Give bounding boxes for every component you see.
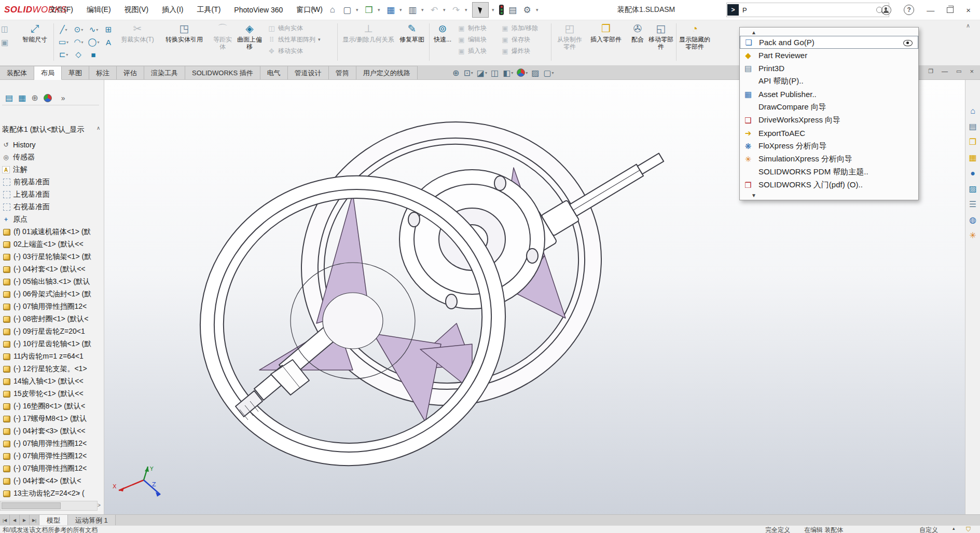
task-pane-icon[interactable]: ✳ — [969, 231, 976, 240]
ribbon-tab[interactable]: 评估 — [117, 66, 144, 79]
tree-item[interactable]: + 原点 — [2, 213, 102, 226]
command-menu-item[interactable]: ❑ DriveWorksXpress 向导 — [740, 114, 918, 127]
doc-restore-icon[interactable]: ❐ — [928, 68, 933, 75]
study-nav-button[interactable]: |◀ — [0, 515, 10, 526]
tree-item[interactable]: 11内齿轮m=1 z=64<1 — [2, 350, 102, 363]
sketch-entity-button[interactable]: ╱▾ — [56, 23, 71, 36]
doc-close-icon[interactable]: × — [970, 67, 974, 75]
displaymanager-tab-icon[interactable] — [44, 94, 52, 102]
home-button[interactable]: ⌂ — [327, 5, 338, 15]
propertymanager-tab-icon[interactable]: ▦ — [18, 93, 26, 103]
show-hidden-components-button[interactable]: ◔ 显示隐藏的零部件 — [679, 22, 711, 63]
save-button[interactable]: ▦ — [385, 5, 396, 16]
tree-item[interactable]: 14输入轴<1> (默认<< — [2, 375, 102, 388]
sketch-entity-button[interactable]: ∿▾ — [86, 23, 101, 36]
tree-root-item[interactable]: 装配体1 (默认<默认_显示 — [2, 125, 91, 134]
repair-sketch-button[interactable]: ✎ 修复草图 — [397, 22, 426, 63]
task-pane-icon[interactable]: ❒ — [969, 138, 976, 147]
tree-item[interactable]: 02上端盖<1> (默认<< — [2, 238, 102, 251]
task-pane-icon[interactable]: ▤ — [969, 122, 976, 131]
surface-offset-button[interactable]: ◈ 曲面上偏移 — [236, 22, 264, 63]
command-menu-item[interactable]: ❏ Pack and Go(P) — [740, 36, 918, 49]
redo-caret-icon[interactable]: ▾ — [465, 7, 469, 12]
study-tab[interactable]: 运动算例 1 — [68, 515, 116, 526]
tree-item[interactable]: (-) 03行星轮轴架<1> (默 — [2, 251, 102, 263]
command-menu-item[interactable]: ✳ SimulationXpress 分析向导 — [740, 153, 918, 166]
task-pane-icon[interactable]: ◍ — [969, 215, 976, 225]
redo-button[interactable]: ↷ — [450, 5, 462, 16]
ribbon-tab[interactable]: 装配体 — [0, 66, 34, 79]
tree-item[interactable]: (-) 07轴用弹性挡圈12< — [2, 300, 102, 313]
save-caret-icon[interactable]: ▾ — [399, 7, 404, 12]
configurationmanager-tab-icon[interactable]: ⊕ — [31, 93, 38, 103]
task-pane-icon[interactable]: ▦ — [969, 153, 976, 162]
restore-button[interactable] — [947, 7, 954, 13]
command-menu-item[interactable]: ❋ FloXpress 分析向导 — [740, 140, 918, 153]
undo-caret-icon[interactable]: ▾ — [443, 7, 447, 12]
command-menu-item[interactable]: DrawCompare 向导 — [740, 101, 918, 114]
sketch-entity-button[interactable]: ◠▾ — [71, 36, 86, 48]
new-document-button[interactable]: ▢ — [341, 5, 353, 16]
view-tool-button[interactable]: ▾ — [517, 69, 528, 77]
quick-snaps-button[interactable]: ⊚ 快速... — [432, 22, 453, 63]
tree-item[interactable]: ◎ 传感器 — [2, 151, 102, 163]
sketch-entity-button[interactable]: ◇ — [71, 48, 86, 61]
view-tool-button[interactable]: ▢▾ — [543, 68, 554, 78]
featuremanager-tab-icon[interactable]: ▤ — [5, 93, 13, 103]
mate-button[interactable]: ✇ 配合 — [628, 22, 647, 63]
menu-item[interactable]: 工具(T) — [197, 5, 220, 15]
menu-item[interactable]: 插入(I) — [162, 5, 183, 15]
tree-item[interactable]: (-) 10行星齿轮轴<1> (默 — [2, 338, 102, 350]
search-box[interactable]: > ▾ — [726, 3, 889, 17]
task-pane-icon[interactable]: ● — [970, 169, 975, 178]
scrollbar-thumb[interactable] — [2, 502, 61, 509]
tree-item[interactable]: (-) 07轴用弹性挡圈12< — [2, 450, 102, 462]
minimize-button[interactable]: — — [927, 6, 934, 15]
tree-item[interactable]: (-) 17螺母M8<1> (默认 — [2, 413, 102, 425]
tree-item[interactable]: (-) 04衬套<4> (默认< — [2, 475, 102, 487]
menu-item[interactable]: 视图(V) — [125, 5, 149, 15]
status-custom[interactable]: 自定义 — [919, 526, 938, 533]
study-nav-button[interactable]: ▶ — [20, 515, 30, 526]
ribbon-tab[interactable]: 标注 — [89, 66, 117, 79]
tree-item[interactable]: ↺ History — [2, 139, 102, 151]
command-menu-item[interactable]: ◆ Part Reviewer — [740, 49, 918, 62]
view-tool-button[interactable]: ◪▾ — [477, 68, 487, 78]
tree-item[interactable]: 13主动齿轮Z=24<2> ( — [2, 487, 102, 500]
sketch-entity-button[interactable]: ⊞ — [101, 23, 116, 36]
study-tab[interactable]: 模型 — [39, 515, 68, 526]
tree-item[interactable]: 上视基准面 — [2, 188, 102, 201]
tree-item[interactable]: (f) 01减速机箱体<1> (默 — [2, 226, 102, 238]
ribbon-tab[interactable]: 电气 — [260, 66, 288, 79]
doc-maximize-icon[interactable]: ▭ — [956, 68, 961, 75]
ribbon-tab[interactable]: SOLIDWORKS 插件 — [185, 66, 260, 79]
ribbon-tab[interactable]: 管道设计 — [288, 66, 329, 79]
menu-scroll-down-icon[interactable]: ▼ — [740, 192, 918, 199]
view-tool-button[interactable]: ⊕ — [452, 68, 460, 78]
select-caret-icon[interactable]: ▾ — [492, 7, 496, 12]
command-menu-item[interactable]: ➔ ExportToAEC — [740, 127, 918, 140]
sketch-entity-button[interactable]: ▭▾ — [56, 36, 71, 48]
tree-item[interactable]: 前视基准面 — [2, 176, 102, 188]
ribbon-collapse-icon[interactable]: ∧ — [966, 22, 970, 29]
ribbon-tab[interactable]: 管筒 — [329, 66, 356, 79]
new-caret-icon[interactable]: ▾ — [356, 7, 360, 12]
sketch-entity-button[interactable]: ◯▾ — [86, 36, 101, 48]
sketch-entity-button[interactable]: A — [101, 36, 116, 48]
open-button[interactable]: ❒ — [363, 5, 375, 16]
options-button[interactable]: ⚙ — [521, 5, 533, 16]
ribbon-tab[interactable]: 渲染工具 — [144, 66, 185, 79]
tree-item[interactable]: A 注解 — [2, 163, 102, 176]
tree-item[interactable]: (-) 07轴用弹性挡圈12< — [2, 438, 102, 450]
study-nav-button[interactable]: ▶| — [30, 515, 39, 526]
view-tool-button[interactable]: ◧▾ — [503, 68, 513, 78]
command-menu-item[interactable]: API 帮助(P).. — [740, 75, 918, 88]
tree-item[interactable]: (-) 09行星齿轮Z=20<1 — [2, 325, 102, 338]
command-menu-item[interactable]: SOLIDWORKS PDM 帮助主题.. — [740, 166, 918, 179]
status-caret-icon[interactable]: ▴ — [953, 526, 955, 531]
tree-item[interactable]: 右视基准面 — [2, 201, 102, 213]
menu-scroll-up-icon[interactable]: ▲ — [740, 29, 918, 36]
tree-item[interactable]: (-) 06骨架式油封<1> (默 — [2, 288, 102, 300]
tree-scroll-right-icon[interactable]: > — [98, 502, 101, 508]
tree-item[interactable]: (-) 08密封圈<1> (默认< — [2, 313, 102, 325]
